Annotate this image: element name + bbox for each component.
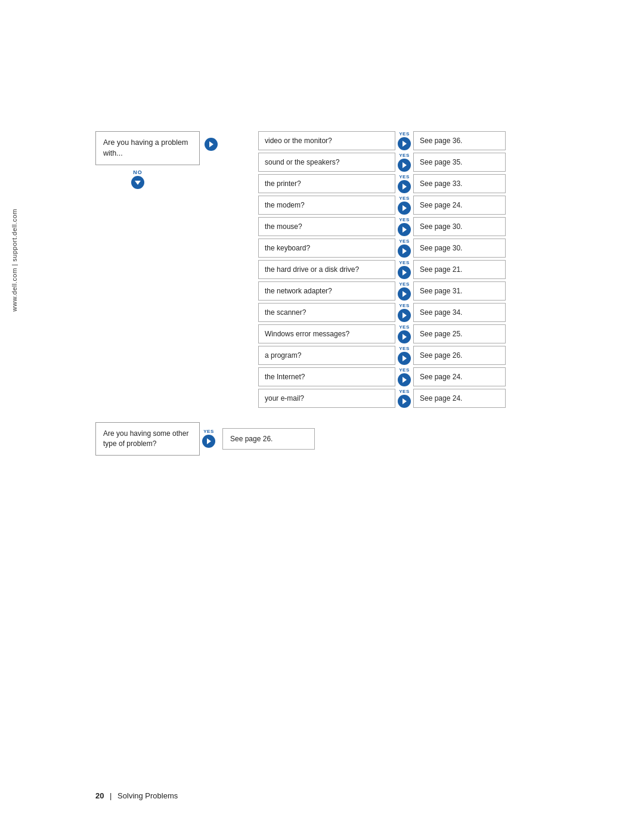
svg-marker-3 <box>402 162 407 168</box>
yes-arrow-icon <box>398 180 411 193</box>
bottom-answer-box: See page 26. <box>222 428 315 450</box>
item-question-box: your e-mail? <box>258 389 395 408</box>
bottom-yes-label: YES <box>203 429 214 434</box>
item-question-box: the printer? <box>258 174 395 193</box>
answer-box: See page 24. <box>413 367 506 386</box>
yes-indicator: YES <box>398 175 411 193</box>
yes-label: YES <box>399 304 410 308</box>
table-row: the mouse? YES See page 30. <box>258 217 506 236</box>
yes-arrow-icon <box>398 330 411 343</box>
table-row: the hard drive or a disk drive? YES See … <box>258 260 506 279</box>
answer-box: See page 33. <box>413 174 506 193</box>
page-footer: 20 | Solving Problems <box>95 791 178 800</box>
item-question-box: the Internet? <box>258 367 395 386</box>
item-question-box: Windows error messages? <box>258 324 395 343</box>
yes-label: YES <box>399 153 410 158</box>
side-text: www.dell.com | support.dell.com <box>11 209 18 311</box>
footer-separator: | <box>110 791 112 800</box>
item-question-box: sound or the speakers? <box>258 153 395 172</box>
yes-indicator: YES <box>398 132 411 150</box>
yes-indicator: YES <box>398 325 411 343</box>
yes-arrow-icon <box>398 159 411 172</box>
yes-indicator: YES <box>398 368 411 386</box>
yes-label: YES <box>399 346 410 351</box>
yes-label: YES <box>399 282 410 287</box>
left-column: Are you having a problem with... NO <box>95 131 200 189</box>
item-question-box: the hard drive or a disk drive? <box>258 260 395 279</box>
bottom-question-box: Are you having some other type of proble… <box>95 422 200 456</box>
yes-label: YES <box>399 261 410 265</box>
item-question-box: the keyboard? <box>258 239 395 258</box>
yes-indicator: YES <box>398 239 411 258</box>
svg-marker-7 <box>402 248 407 254</box>
yes-label: YES <box>399 132 410 137</box>
item-question-box: video or the monitor? <box>258 131 395 150</box>
yes-arrow-icon <box>398 244 411 258</box>
table-row: Windows error messages? YES See page 25. <box>258 324 506 343</box>
answer-box: See page 31. <box>413 281 506 301</box>
yes-arrow-icon <box>398 309 411 322</box>
right-arrow-area <box>205 137 218 151</box>
answer-box: See page 25. <box>413 324 506 343</box>
svg-marker-13 <box>402 377 407 383</box>
no-arrow-icon <box>131 176 144 189</box>
svg-marker-15 <box>207 438 211 444</box>
table-row: the printer? YES See page 33. <box>258 174 506 193</box>
yes-arrow-icon <box>398 352 411 365</box>
table-row: the modem? YES See page 24. <box>258 196 506 215</box>
svg-marker-14 <box>402 398 407 404</box>
yes-indicator: YES <box>398 304 411 322</box>
item-question-box: the modem? <box>258 196 395 215</box>
items-container: video or the monitor? YES See page 36.so… <box>258 131 506 410</box>
table-row: the Internet? YES See page 24. <box>258 367 506 386</box>
yes-arrow-icon <box>398 202 411 215</box>
answer-box: See page 21. <box>413 260 506 279</box>
svg-marker-8 <box>402 270 407 275</box>
svg-marker-4 <box>402 184 407 190</box>
item-question-box: the network adapter? <box>258 281 395 301</box>
table-row: a program? YES See page 26. <box>258 346 506 365</box>
svg-marker-9 <box>402 291 407 297</box>
yes-label: YES <box>399 196 410 201</box>
yes-label: YES <box>399 175 410 179</box>
svg-marker-11 <box>402 334 407 340</box>
item-question-box: the mouse? <box>258 217 395 236</box>
svg-marker-12 <box>402 355 407 361</box>
answer-box: See page 36. <box>413 131 506 150</box>
svg-marker-0 <box>135 181 141 185</box>
yes-arrow-icon <box>398 266 411 279</box>
bottom-yes-arrow-icon <box>202 435 215 448</box>
page-container: www.dell.com | support.dell.com Are you … <box>0 0 644 833</box>
bottom-question-text: Are you having some other type of proble… <box>103 429 188 448</box>
main-question-box: Are you having a problem with... <box>95 131 200 165</box>
yes-arrow-icon <box>398 287 411 301</box>
main-content: Are you having a problem with... NO <box>95 131 549 456</box>
table-row: video or the monitor? YES See page 36. <box>258 131 506 150</box>
table-row: the scanner? YES See page 34. <box>258 303 506 322</box>
answer-box: See page 24. <box>413 196 506 215</box>
svg-marker-1 <box>209 141 213 147</box>
main-question-text: Are you having a problem with... <box>103 138 188 157</box>
bottom-answer-text: See page 26. <box>230 435 273 443</box>
yes-indicator: YES <box>398 153 411 172</box>
item-question-box: the scanner? <box>258 303 395 322</box>
answer-box: See page 30. <box>413 217 506 236</box>
bottom-yes-indicator: YES <box>202 429 215 448</box>
svg-marker-5 <box>402 205 407 211</box>
yes-label: YES <box>399 389 410 394</box>
page-number: 20 <box>95 791 104 800</box>
yes-indicator: YES <box>398 346 411 365</box>
top-section: Are you having a problem with... NO <box>95 131 549 410</box>
yes-arrow-icon <box>398 223 411 236</box>
table-row: your e-mail? YES See page 24. <box>258 389 506 408</box>
answer-box: See page 26. <box>413 346 506 365</box>
svg-marker-2 <box>402 141 407 147</box>
answer-box: See page 34. <box>413 303 506 322</box>
item-question-box: a program? <box>258 346 395 365</box>
no-label: NO <box>133 170 143 175</box>
yes-indicator: YES <box>398 218 411 236</box>
table-row: the keyboard? YES See page 30. <box>258 239 506 258</box>
bottom-section: Are you having some other type of proble… <box>95 422 549 456</box>
answer-box: See page 30. <box>413 239 506 258</box>
yes-label: YES <box>399 239 410 244</box>
